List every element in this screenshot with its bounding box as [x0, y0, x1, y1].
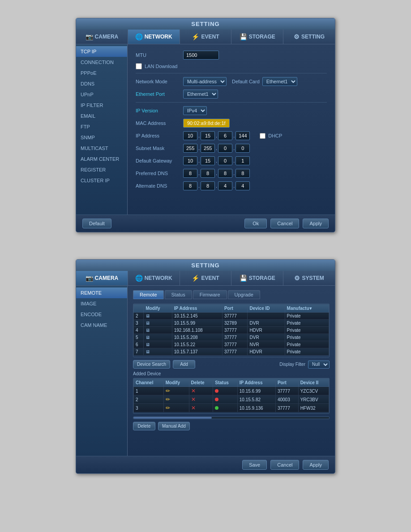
- inner-tab-status[interactable]: Status: [165, 290, 192, 299]
- inner-tab-remote[interactable]: Remote: [133, 290, 164, 299]
- device-row[interactable]: 6 🖥 10.15.5.22 37777 NVR Private: [134, 341, 329, 348]
- pdns-oct1[interactable]: [183, 169, 197, 178]
- gw-oct2[interactable]: [201, 156, 215, 165]
- setting-icon: ⚙: [294, 33, 300, 40]
- pdns-oct2[interactable]: [201, 169, 215, 178]
- gw-oct4[interactable]: [235, 156, 250, 165]
- apply-button[interactable]: Apply: [303, 219, 329, 228]
- sidebar-item-multicast[interactable]: MULTICAST: [76, 143, 127, 154]
- divider1: [136, 73, 327, 73]
- sub-oct1[interactable]: [183, 144, 197, 153]
- edit-icon[interactable]: ✏: [166, 388, 170, 394]
- delete-button[interactable]: Delete: [133, 422, 155, 430]
- adns-oct4[interactable]: [235, 181, 250, 190]
- sidebar-item-email[interactable]: EMAIL: [76, 111, 127, 121]
- tab-event[interactable]: ⚡ EVENT: [180, 30, 232, 44]
- sub-oct3[interactable]: [218, 144, 232, 153]
- delete-icon[interactable]: ✕: [191, 388, 196, 394]
- default-card-select[interactable]: Ethernet1: [262, 77, 297, 86]
- adns-oct1[interactable]: [183, 181, 197, 190]
- display-filter-select[interactable]: Null: [308, 360, 330, 369]
- tab2-network[interactable]: 🌐 NETWORK: [128, 271, 180, 285]
- apply2-button[interactable]: Apply: [303, 460, 329, 470]
- dhcp-checkbox[interactable]: [260, 133, 265, 139]
- tab-network-label: NETWORK: [145, 34, 172, 40]
- inner-tab-firmware[interactable]: Firmware: [193, 290, 227, 299]
- delete-icon[interactable]: ✕: [191, 405, 196, 411]
- sidebar-item-connection[interactable]: CONNECTION: [76, 57, 127, 68]
- inner-tab-upgrade[interactable]: Upgrade: [228, 290, 260, 299]
- tab-setting[interactable]: ⚙ SETTING: [283, 30, 335, 44]
- ip-oct2[interactable]: [201, 131, 215, 140]
- network-mode-select[interactable]: Multi-address: [183, 77, 227, 86]
- mtu-row: MTU: [136, 51, 327, 60]
- pdns-group: . . .: [183, 169, 250, 178]
- adns-oct2[interactable]: [201, 181, 215, 190]
- cancel-button[interactable]: Cancel: [270, 219, 299, 228]
- tab2-storage[interactable]: 💾 STORAGE: [231, 271, 283, 285]
- save-button[interactable]: Save: [242, 460, 267, 470]
- device-row[interactable]: 5 🖥 10.15.5.208 37777 DVR Private: [134, 334, 329, 341]
- inner-tabs: Remote Status Firmware Upgrade: [133, 290, 330, 299]
- device-row[interactable]: 3 🖥 10.15.5.99 32789 DVR Private: [134, 320, 329, 327]
- tab2-system[interactable]: ⚙ SYSTEM: [283, 271, 335, 285]
- ip-oct4[interactable]: [235, 131, 250, 140]
- tab2-event[interactable]: ⚡ EVENT: [180, 271, 232, 285]
- edit-icon[interactable]: ✏: [166, 405, 170, 411]
- adns-group: . . .: [183, 181, 250, 190]
- sidebar-item-ftp[interactable]: FTP: [76, 121, 127, 132]
- device-icon: 🖥: [146, 328, 150, 333]
- camera2-icon: 📷: [86, 275, 93, 282]
- sidebar-item-register[interactable]: REGISTER: [76, 164, 127, 175]
- default-gateway-row: Default Gateway . . .: [136, 156, 327, 165]
- sidebar-item-pppoe[interactable]: PPPoE: [76, 68, 127, 78]
- ok-button[interactable]: Ok: [244, 219, 267, 228]
- tab-camera[interactable]: 📷 CAMERA: [76, 30, 128, 44]
- ip-version-select[interactable]: IPv4: [183, 106, 207, 115]
- added-row[interactable]: 3 ✏ ✕ 10.15.9.136 37777 HFW32: [134, 404, 329, 412]
- cancel2-button[interactable]: Cancel: [270, 460, 299, 470]
- mtu-input[interactable]: [183, 51, 219, 60]
- gw-oct3[interactable]: [218, 156, 232, 165]
- added-row[interactable]: 2 ✏ ✕ 10.15.5.82 40003 YRC3BV: [134, 395, 329, 404]
- sidebar-item-upnp[interactable]: UPnP: [76, 89, 127, 100]
- sidebar2-image[interactable]: IMAGE: [76, 298, 127, 309]
- sidebar-item-snmp[interactable]: SNMP: [76, 132, 127, 143]
- sub-oct2[interactable]: [201, 144, 215, 153]
- tab-network[interactable]: 🌐 NETWORK: [128, 30, 180, 44]
- manual-add-button[interactable]: Manual Add: [158, 422, 190, 430]
- scrollbar[interactable]: [133, 416, 330, 419]
- sidebar-item-tcpip[interactable]: TCP IP: [76, 46, 127, 57]
- device-search-button[interactable]: Device Search: [133, 360, 170, 369]
- device-row[interactable]: 2 🖥 10.15.2.145 37777 Private: [134, 313, 329, 320]
- network2-icon: 🌐: [135, 275, 143, 282]
- sidebar2-remote[interactable]: REMOTE: [76, 287, 127, 298]
- gw-oct1[interactable]: [183, 156, 197, 165]
- ip-oct1[interactable]: [183, 131, 197, 140]
- panel2-title: SETTING: [76, 260, 335, 271]
- add-button[interactable]: Add: [173, 360, 195, 369]
- device-row[interactable]: 7 🖥 10.15.7.137 37777 HDVR Private: [134, 348, 329, 356]
- default-button[interactable]: Default: [82, 219, 111, 228]
- lan-download-checkbox[interactable]: [136, 63, 142, 69]
- storage-icon: 💾: [240, 33, 247, 40]
- edit-icon[interactable]: ✏: [166, 396, 170, 403]
- added-row[interactable]: 1 ✏ ✕ 10.15.6.99 37777 YZC3CV: [134, 387, 329, 395]
- ethernet-port-row: Ethernet Port Ethernet1: [136, 90, 327, 99]
- sidebar-item-clusterip[interactable]: CLUSTER IP: [76, 175, 127, 186]
- adns-oct3[interactable]: [218, 181, 232, 190]
- pdns-oct4[interactable]: [235, 169, 250, 178]
- sidebar2-camname[interactable]: CAM NAME: [76, 320, 127, 330]
- pdns-oct3[interactable]: [218, 169, 232, 178]
- ethernet-port-select[interactable]: Ethernet1: [183, 90, 218, 99]
- sidebar2-encode[interactable]: ENCODE: [76, 309, 127, 320]
- tab2-camera[interactable]: 📷 CAMERA: [76, 271, 128, 285]
- sidebar-item-alarmcenter[interactable]: ALARM CENTER: [76, 154, 127, 164]
- ip-oct3[interactable]: [218, 131, 232, 140]
- delete-icon[interactable]: ✕: [191, 396, 196, 403]
- sidebar-item-ddns[interactable]: DDNS: [76, 78, 127, 89]
- sub-oct4[interactable]: [235, 144, 250, 153]
- sidebar-item-ipfilter[interactable]: IP FILTER: [76, 100, 127, 111]
- device-row[interactable]: 4 🖥 192.168.1.108 37777 HDVR Private: [134, 327, 329, 334]
- tab-storage[interactable]: 💾 STORAGE: [231, 30, 283, 44]
